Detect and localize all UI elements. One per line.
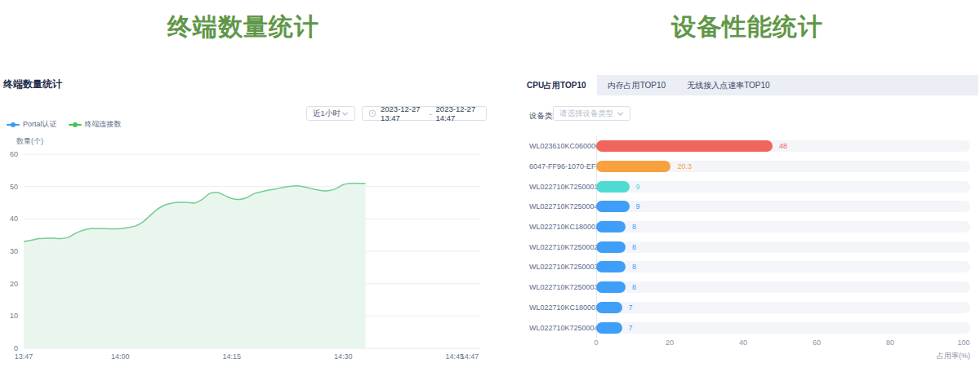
- x-tick-label: 13:47: [15, 352, 33, 361]
- tab-inactive[interactable]: 内存占用TOP10: [597, 75, 677, 95]
- x-tick-label: 14:15: [223, 352, 242, 361]
- bar-category-label: WL022710K725000470: [529, 324, 590, 332]
- y-tick-label: 10: [10, 312, 18, 320]
- terminal-panel-title: 终端数量统计: [3, 78, 62, 91]
- date-range-picker[interactable]: 2023-12-27 13:47 - 2023-12-27 14:47: [362, 106, 487, 121]
- bar-value-label: 8: [632, 223, 636, 231]
- bar: [596, 221, 626, 232]
- bar-row: WL022710K7250003078: [529, 257, 970, 277]
- bar-row: WL022710KC180002808: [529, 217, 970, 237]
- bar-category-label: WL022710KC18000372: [529, 303, 590, 312]
- legend-item[interactable]: 终端连接数: [69, 119, 122, 130]
- cpu-top10-bar-chart: WL023610KC06000043486047-FF96-1070-EF0A2…: [529, 136, 970, 338]
- x-tick-label: 14:47: [461, 352, 479, 361]
- bar-row: WL022710KC180003727: [529, 298, 970, 318]
- y-tick-label: 50: [10, 183, 18, 191]
- area-fill: [24, 184, 366, 348]
- bar-track: 8: [596, 221, 970, 232]
- legend-line-dot-icon: [69, 122, 82, 128]
- bar-chart-x-ticks: 020406080100: [529, 339, 970, 348]
- bar-row: 6047-FF96-1070-EF0A20.3: [529, 157, 970, 177]
- bar-value-label: 8: [632, 243, 636, 251]
- legend-label: Portal认证: [23, 119, 57, 130]
- bar: [596, 261, 626, 272]
- x-tick-label: 0: [594, 339, 598, 347]
- terminal-count-area-chart: 010203040506013:4714:0014:1514:3014:4514…: [0, 148, 487, 365]
- legend-line-dot-icon: [7, 122, 20, 128]
- time-range-select[interactable]: 近1小时: [306, 106, 355, 121]
- x-tick-label: 60: [813, 339, 821, 347]
- x-tick-label: 80: [886, 339, 894, 347]
- bar-track: 8: [596, 241, 970, 253]
- bar-row: WL022710K7250003698: [529, 277, 970, 298]
- bar-category-label: WL022710K725000272: [529, 243, 590, 251]
- bar-value-label: 48: [779, 142, 787, 150]
- bar-category-label: WL022710K725000369: [529, 283, 590, 291]
- date-range-end[interactable]: 2023-12-27 14:47: [436, 104, 480, 122]
- tab-active[interactable]: CPU占用TOP10: [516, 75, 597, 95]
- bar-track: 8: [596, 261, 970, 272]
- bar-track: 7: [596, 322, 970, 334]
- y-tick-label: 40: [10, 215, 18, 223]
- bar-track: 48: [596, 140, 970, 152]
- bar: [596, 140, 773, 152]
- legend-label: 终端连接数: [85, 119, 122, 130]
- dashboard-page: 终端数量统计 设备性能统计 终端数量统计 近1小时 2023-12-27 13:…: [0, 0, 980, 372]
- bar-value-label: 9: [636, 183, 640, 191]
- line-chart-legend: Portal认证终端连接数: [7, 119, 122, 130]
- bar-track: 9: [596, 181, 970, 193]
- bar-track: 9: [596, 201, 970, 212]
- bar-value-label: 20.3: [677, 162, 692, 170]
- y-tick-label: 30: [10, 247, 18, 255]
- time-range-value: 近1小时: [313, 108, 341, 119]
- bar: [596, 161, 670, 172]
- y-axis-title: 数量(个): [16, 136, 43, 147]
- date-range-start[interactable]: 2023-12-27 13:47: [381, 104, 425, 122]
- bar: [596, 201, 630, 212]
- bar-value-label: 8: [632, 283, 636, 291]
- performance-tabbar: CPU占用TOP10内存占用TOP10无线接入点速率TOP10: [516, 75, 978, 95]
- bar: [596, 281, 626, 293]
- bar-row: WL022710K7250002728: [529, 237, 970, 257]
- clock-icon: [368, 109, 376, 117]
- bar-row: WL022710K7250004707: [529, 317, 970, 338]
- bar-row: WL022710K7250001029: [529, 176, 970, 197]
- bar-row: WL023610KC0600004348: [529, 136, 970, 157]
- tab-inactive[interactable]: 无线接入点速率TOP10: [676, 75, 781, 95]
- bar-category-label: WL022710K725000102: [529, 183, 590, 191]
- bar-category-label: WL022710K725000409: [529, 202, 590, 210]
- left-section-title: 终端数量统计: [0, 11, 487, 44]
- bar-track: 7: [596, 302, 970, 313]
- chevron-down-icon: [617, 110, 624, 117]
- chevron-down-icon: [341, 110, 349, 117]
- bar: [596, 181, 630, 193]
- bar: [596, 241, 626, 253]
- x-tick-label: 20: [666, 339, 674, 347]
- device-type-select[interactable]: 请选择设备类型: [553, 106, 630, 121]
- bar: [596, 322, 622, 334]
- bar-value-label: 7: [629, 303, 633, 312]
- y-tick-label: 20: [10, 280, 18, 288]
- bar-category-label: WL022710K725000307: [529, 263, 590, 271]
- y-tick-label: 60: [10, 150, 18, 158]
- bar: [596, 302, 622, 313]
- bar-category-label: WL022710KC18000280: [529, 223, 590, 231]
- y-tick-label: 0: [14, 344, 18, 352]
- bar-row: WL022710K7250004099: [529, 197, 970, 217]
- bar-category-label: WL023610KC06000043: [529, 142, 590, 150]
- bar-track: 20.3: [596, 161, 970, 172]
- x-tick-label: 14:00: [111, 352, 130, 361]
- x-tick-label: 14:30: [334, 352, 353, 361]
- bar-chart-x-axis-label: 占用率(%): [924, 351, 970, 361]
- bar-track: 8: [596, 281, 970, 293]
- x-tick-label: 40: [739, 339, 747, 347]
- date-range-separator: -: [429, 109, 431, 118]
- bar-category-label: 6047-FF96-1070-EF0A: [529, 162, 590, 170]
- device-type-placeholder: 请选择设备类型: [559, 108, 614, 119]
- bar-value-label: 8: [632, 263, 636, 271]
- x-tick-label: 100: [957, 339, 969, 347]
- legend-item[interactable]: Portal认证: [7, 119, 57, 130]
- right-section-title: 设备性能统计: [516, 11, 978, 44]
- bar-value-label: 9: [636, 202, 640, 210]
- bar-value-label: 7: [629, 324, 633, 332]
